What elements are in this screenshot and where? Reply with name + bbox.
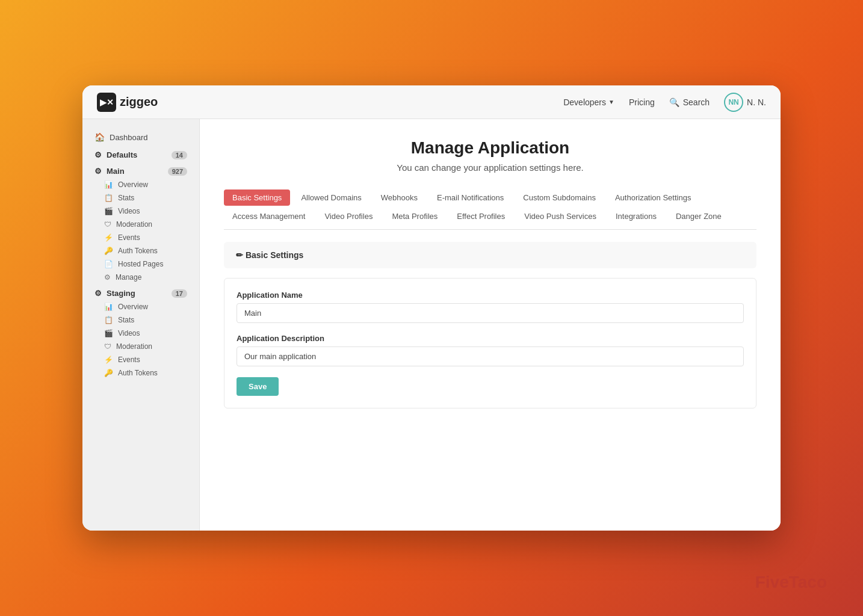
sidebar-staging-stats[interactable]: 📋 Stats	[82, 313, 199, 327]
tab-email-notifications[interactable]: E-mail Notifications	[428, 189, 512, 206]
moderation-icon: 🛡	[104, 220, 111, 229]
gear-icon-staging: ⚙	[94, 289, 102, 298]
sidebar-sub-overview[interactable]: 📊 Overview	[82, 178, 199, 191]
sidebar-staging-videos[interactable]: 🎬 Videos	[82, 327, 199, 340]
sidebar-staging-overview[interactable]: 📊 Overview	[82, 300, 199, 313]
app-description-label: Application Description	[237, 334, 744, 343]
tab-basic-settings[interactable]: Basic Settings	[224, 189, 290, 206]
tabs-row-1: Basic Settings Allowed Domains Webhooks …	[224, 189, 756, 206]
manage-label: Manage	[116, 273, 141, 282]
app-name-input[interactable]	[237, 303, 744, 323]
tab-allowed-domains[interactable]: Allowed Domains	[292, 189, 370, 206]
tab-webhooks[interactable]: Webhooks	[373, 189, 426, 206]
staging-auth-label: Auth Tokens	[118, 369, 158, 377]
sidebar-sub-videos[interactable]: 🎬 Videos	[82, 205, 199, 218]
tab-video-push-services[interactable]: Video Push Services	[516, 208, 605, 224]
section-title: ✏ Basic Settings	[236, 250, 744, 260]
tab-meta-profiles[interactable]: Meta Profiles	[383, 208, 446, 224]
gear-icon: ⚙	[94, 150, 102, 159]
user-label: N. N.	[747, 97, 766, 107]
overview-label: Overview	[118, 180, 148, 189]
sidebar-staging-events[interactable]: ⚡ Events	[82, 353, 199, 366]
staging-moderation-icon: 🛡	[104, 342, 111, 351]
settings-form: Application Name Application Description…	[224, 278, 756, 408]
staging-overview-icon: 📊	[104, 303, 113, 311]
sidebar-section-defaults[interactable]: ⚙ Defaults 14	[82, 146, 199, 162]
app-name-label: Application Name	[237, 291, 744, 300]
app-window: ▶✕ ziggeo Developers ▼ Pricing 🔍 Search …	[82, 85, 781, 531]
app-name-field: Application Name	[237, 291, 744, 323]
videos-label: Videos	[118, 207, 140, 215]
sidebar-sub-moderation[interactable]: 🛡 Moderation	[82, 218, 199, 231]
main-badge: 927	[168, 167, 187, 176]
search-nav[interactable]: 🔍 Search	[669, 97, 710, 107]
save-button[interactable]: Save	[237, 377, 279, 396]
search-label: Search	[683, 97, 710, 107]
stats-icon: 📋	[104, 194, 113, 202]
page-subtitle: You can change your application settings…	[224, 162, 756, 173]
logo-icon: ▶✕	[97, 93, 116, 112]
search-icon: 🔍	[669, 97, 679, 107]
staging-events-icon: ⚡	[104, 356, 113, 364]
events-icon: ⚡	[104, 233, 113, 242]
tabs-row-2: Access Management Video Profiles Meta Pr…	[224, 208, 756, 224]
nav-links: Developers ▼ Pricing 🔍 Search NN N. N.	[563, 93, 766, 112]
sidebar-sub-events[interactable]: ⚡ Events	[82, 231, 199, 244]
section-main-label: Main	[107, 167, 125, 176]
stats-label: Stats	[118, 194, 134, 202]
sidebar-item-dashboard[interactable]: 🏠 Dashboard	[82, 129, 199, 146]
moderation-label: Moderation	[116, 220, 152, 229]
app-description-input[interactable]	[237, 346, 744, 366]
developers-nav-link[interactable]: Developers ▼	[563, 97, 614, 107]
staging-stats-icon: 📋	[104, 316, 113, 324]
tab-video-profiles[interactable]: Video Profiles	[316, 208, 381, 224]
staging-videos-label: Videos	[118, 329, 140, 337]
tab-danger-zone[interactable]: Danger Zone	[667, 208, 730, 224]
section-defaults-label: Defaults	[107, 150, 137, 159]
fivetaco-watermark: FiveTaco	[755, 573, 827, 592]
page-title: Manage Application	[224, 138, 756, 158]
logo-text: ziggeo	[120, 95, 158, 109]
pricing-nav-link[interactable]: Pricing	[629, 97, 655, 107]
staging-auth-icon: 🔑	[104, 369, 113, 377]
staging-moderation-label: Moderation	[116, 342, 152, 351]
tabs-divider	[224, 229, 756, 230]
sidebar-section-main[interactable]: ⚙ Main 927	[82, 162, 199, 178]
staging-badge: 17	[172, 289, 187, 298]
top-nav: ▶✕ ziggeo Developers ▼ Pricing 🔍 Search …	[82, 85, 781, 119]
sidebar-staging-auth-tokens[interactable]: 🔑 Auth Tokens	[82, 366, 199, 380]
tab-custom-subdomains[interactable]: Custom Subdomains	[515, 189, 604, 206]
logo-area: ▶✕ ziggeo	[97, 93, 158, 112]
content-area: Manage Application You can change your a…	[200, 119, 781, 531]
overview-icon: 📊	[104, 180, 113, 189]
events-label: Events	[118, 233, 140, 242]
staging-videos-icon: 🎬	[104, 329, 113, 337]
avatar: NN	[724, 93, 743, 112]
basic-settings-section: ✏ Basic Settings	[224, 242, 756, 268]
sidebar-section-staging[interactable]: ⚙ Staging 17	[82, 284, 199, 300]
chevron-down-icon: ▼	[608, 99, 614, 105]
home-icon: 🏠	[94, 132, 105, 142]
staging-stats-label: Stats	[118, 316, 134, 324]
auth-tokens-label: Auth Tokens	[118, 247, 158, 255]
sidebar-sub-stats[interactable]: 📋 Stats	[82, 191, 199, 205]
tab-integrations[interactable]: Integrations	[607, 208, 665, 224]
tab-authorization-settings[interactable]: Authorization Settings	[607, 189, 699, 206]
tab-effect-profiles[interactable]: Effect Profiles	[448, 208, 513, 224]
developers-label: Developers	[563, 97, 606, 107]
sidebar-sub-hosted-pages[interactable]: 📄 Hosted Pages	[82, 257, 199, 271]
section-staging-label: Staging	[107, 289, 135, 298]
app-description-field: Application Description	[237, 334, 744, 366]
sidebar-sub-manage[interactable]: ⚙ Manage	[82, 271, 199, 284]
defaults-badge: 14	[172, 151, 187, 159]
sidebar-staging-moderation[interactable]: 🛡 Moderation	[82, 340, 199, 353]
sidebar-sub-auth-tokens[interactable]: 🔑 Auth Tokens	[82, 244, 199, 257]
videos-icon: 🎬	[104, 207, 113, 215]
auth-tokens-icon: 🔑	[104, 247, 113, 255]
dashboard-label: Dashboard	[110, 133, 148, 142]
staging-overview-label: Overview	[118, 303, 148, 311]
tab-access-management[interactable]: Access Management	[224, 208, 314, 224]
hosted-pages-label: Hosted Pages	[118, 260, 163, 268]
manage-icon: ⚙	[104, 273, 111, 282]
user-area: NN N. N.	[724, 93, 766, 112]
